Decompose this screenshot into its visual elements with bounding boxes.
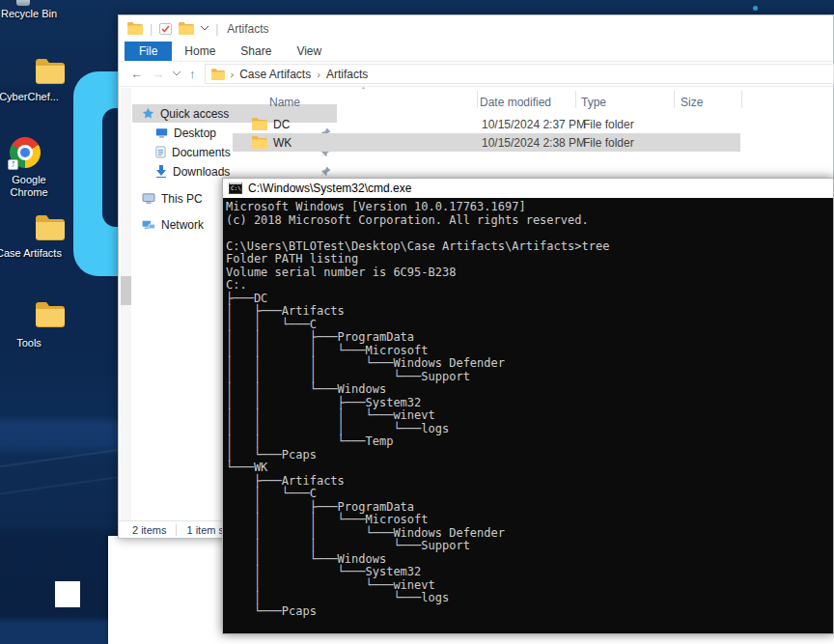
- folder-icon: [252, 136, 267, 149]
- monitor-icon: [155, 127, 168, 139]
- file-date-modified: 10/15/2024 2:38 PM: [482, 136, 586, 150]
- desktop-white-square: [55, 581, 80, 607]
- tab-home[interactable]: Home: [172, 42, 228, 61]
- breadcrumb-case-artifacts[interactable]: Case Artifacts: [239, 68, 311, 81]
- desktop-icon-cyberchef[interactable]: CyberChef...: [0, 58, 66, 103]
- breadcrumb-chevron: ›: [230, 69, 236, 80]
- window-title: Artifacts: [227, 22, 268, 36]
- address-bar[interactable]: › Case Artifacts › Artifacts: [205, 64, 834, 84]
- column-separator[interactable]: [575, 91, 576, 108]
- breadcrumb-chevron: ›: [316, 69, 321, 80]
- titlebar-separator: |: [150, 22, 153, 36]
- folder-icon: [127, 22, 143, 35]
- file-date-modified: 10/15/2024 2:37 PM: [482, 118, 586, 131]
- file-row-dc[interactable]: DC 10/15/2024 2:37 PM File folder: [233, 115, 740, 133]
- breadcrumb-artifacts[interactable]: Artifacts: [326, 68, 368, 81]
- cmd-body[interactable]: Microsoft Windows [Version 10.0.17763.16…: [223, 198, 833, 633]
- scrollbar-thumb[interactable]: [121, 276, 131, 305]
- item-count: 2 items: [132, 524, 166, 536]
- folder-icon: [35, 58, 66, 84]
- sidebar-item-label: This PC: [161, 192, 203, 206]
- address-toolbar: ← → ↑ › Case Artifacts › Artifacts: [119, 62, 833, 87]
- desktop-icon-case-artifacts[interactable]: Case Artifacts: [0, 214, 66, 260]
- ribbon-tabs: File Home Share View: [119, 42, 833, 62]
- desktop-icon-label: Tools: [0, 337, 66, 350]
- sidebar-item-label: Desktop: [174, 126, 216, 140]
- document-icon: [155, 146, 166, 158]
- file-type: File folder: [583, 118, 634, 131]
- file-type: File folder: [583, 136, 634, 150]
- network-icon: [142, 219, 155, 231]
- file-name: DC: [273, 118, 290, 131]
- desktop-icon-label: CyberChef...: [0, 91, 66, 103]
- checkmark-icon[interactable]: [159, 23, 172, 35]
- tab-share[interactable]: Share: [228, 42, 284, 61]
- folder-icon: [35, 301, 66, 327]
- sidebar-item-label: Network: [161, 218, 204, 232]
- desktop-icon-tools[interactable]: Tools: [0, 301, 66, 350]
- recycle-bin-icon: [16, 0, 30, 6]
- file-row-wk[interactable]: WK 10/15/2024 2:38 PM File folder: [233, 133, 740, 152]
- desktop-icon-label: Case Artifacts: [0, 247, 66, 260]
- cmd-window-title: C:\Windows\System32\cmd.exe: [248, 182, 411, 195]
- tab-view[interactable]: View: [284, 42, 334, 61]
- star-icon: [142, 107, 154, 120]
- sort-ascending-icon: ˆ: [362, 86, 365, 96]
- wallpaper-streak: [0, 439, 125, 507]
- forward-button[interactable]: →: [152, 68, 164, 80]
- cmd-titlebar[interactable]: C:\ C:\Windows\System32\cmd.exe: [223, 179, 833, 198]
- shortcut-arrow-icon: ⤴: [8, 159, 18, 170]
- up-button[interactable]: ↑: [189, 68, 196, 80]
- sidebar-scrollbar[interactable]: [121, 88, 131, 520]
- back-button[interactable]: ←: [130, 68, 143, 80]
- cmd-icon: C:\: [229, 182, 242, 194]
- desktop-icon-label: Recycle Bin: [0, 8, 66, 20]
- download-arrow-icon: [155, 165, 167, 178]
- chevron-down-icon[interactable]: [173, 71, 181, 76]
- explorer-titlebar[interactable]: | | Artifacts: [119, 15, 833, 42]
- cmd-window: C:\ C:\Windows\System32\cmd.exe Microsof…: [222, 178, 834, 634]
- sidebar-item-label: Documents: [172, 146, 231, 159]
- status-divider: [176, 524, 177, 536]
- column-headers: ˆ Name Date modified Type Size: [231, 88, 833, 111]
- cmd-output: Microsoft Windows [Version 10.0.17763.16…: [223, 198, 833, 618]
- column-separator[interactable]: [477, 91, 478, 108]
- chevron-down-icon[interactable]: [201, 26, 208, 31]
- tab-file[interactable]: File: [125, 42, 172, 61]
- wallpaper-dot: [753, 6, 758, 11]
- column-separator[interactable]: [674, 91, 675, 108]
- folder-icon: [252, 118, 267, 130]
- sidebar-item-label: Downloads: [173, 165, 230, 179]
- column-header-size[interactable]: Size: [681, 96, 703, 109]
- this-pc-icon: [142, 193, 155, 205]
- folder-icon[interactable]: [179, 22, 194, 35]
- desktop-icon-google-chrome[interactable]: ⤴ Google Chrome: [0, 137, 66, 199]
- column-header-name[interactable]: Name: [269, 96, 300, 109]
- titlebar-separator: |: [215, 22, 218, 36]
- folder-icon: [35, 214, 66, 240]
- desktop-icon-recycle-bin[interactable]: Recycle Bin: [0, 0, 66, 20]
- file-name: WK: [273, 136, 292, 150]
- sidebar-item-label: Quick access: [160, 107, 229, 121]
- folder-icon: [211, 69, 225, 80]
- column-separator[interactable]: [741, 91, 742, 108]
- column-header-type[interactable]: Type: [581, 96, 606, 109]
- desktop-icon-label: Google Chrome: [0, 174, 58, 199]
- column-header-date-modified[interactable]: Date modified: [480, 96, 551, 109]
